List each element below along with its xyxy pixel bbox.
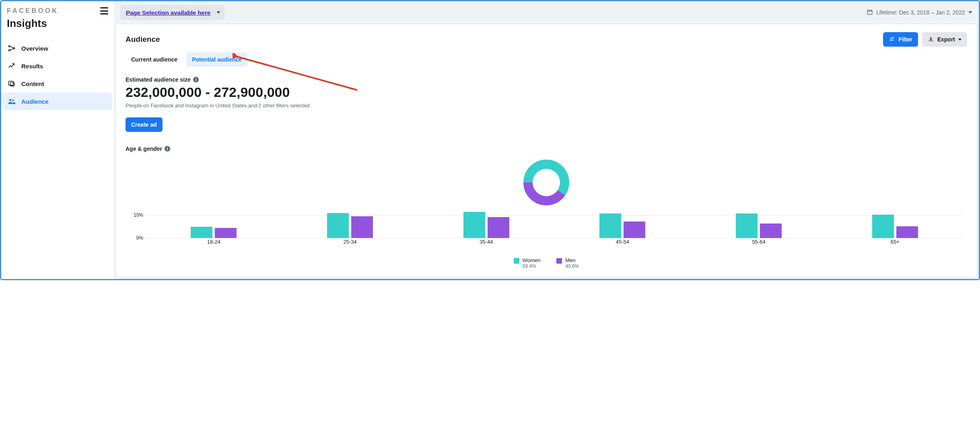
- x-label: 35-44: [418, 239, 554, 247]
- bar-men: [215, 228, 237, 238]
- y-tick: 10%: [134, 212, 143, 218]
- gender-donut-chart: [522, 158, 570, 207]
- x-label: 65+: [827, 239, 963, 247]
- x-label: 55-64: [691, 239, 827, 247]
- x-label: 18-24: [146, 239, 282, 247]
- menu-icon[interactable]: [100, 7, 108, 14]
- chevron-down-icon: [968, 11, 972, 14]
- bar-women: [599, 213, 621, 238]
- page-selector-dropdown[interactable]: Page Selection available here: [120, 5, 225, 20]
- app-title: Insights: [1, 15, 114, 39]
- content-header: Audience Filter Export: [126, 32, 967, 47]
- bar-women: [463, 212, 485, 238]
- bar-group: [418, 211, 554, 238]
- legend-swatch-women: [514, 258, 519, 264]
- legend-men: Men 40.6%: [556, 257, 579, 269]
- age-gender-chart: 0%10% 18-2425-3435-4445-5455-6465+ Women…: [126, 158, 967, 269]
- bar-women: [736, 213, 758, 238]
- svg-rect-3: [9, 81, 14, 85]
- sidebar-item-label: Results: [21, 63, 107, 70]
- calendar-icon: [867, 9, 873, 16]
- date-range-picker[interactable]: Lifetime: Dec 3, 2018 – Jan 2, 2022: [867, 9, 972, 16]
- legend-women-pct: 59.4%: [523, 263, 541, 269]
- app-frame: FACEBOOK Insights Overview Results: [0, 0, 980, 280]
- content-card: Audience Filter Export: [115, 24, 977, 277]
- x-label: 45-54: [554, 239, 691, 247]
- bar-women: [872, 215, 894, 238]
- media-icon: [8, 80, 16, 88]
- bar-group: [282, 211, 418, 238]
- tab-potential-audience[interactable]: Potential audience: [186, 52, 247, 67]
- bar-group: [146, 211, 282, 238]
- chevron-down-icon: [958, 39, 961, 41]
- download-icon: [928, 36, 934, 43]
- create-ad-label: Create ad: [131, 121, 157, 128]
- trend-icon: [8, 62, 16, 70]
- svg-point-9: [891, 39, 892, 41]
- legend-men-label: Men: [565, 257, 579, 263]
- age-gender-label: Age & gender i: [126, 146, 967, 152]
- sidebar-item-label: Content: [21, 80, 107, 87]
- sidebar-item-label: Overview: [21, 45, 107, 52]
- svg-rect-7: [867, 10, 872, 14]
- date-range-label: Lifetime: Dec 3, 2018 – Jan 2, 2022: [876, 9, 965, 16]
- page-selector-label: Page Selection available here: [126, 9, 210, 16]
- svg-point-0: [9, 45, 10, 47]
- svg-point-1: [9, 49, 10, 51]
- filter-button-label: Filter: [898, 36, 912, 43]
- legend-swatch-men: [556, 258, 562, 264]
- legend-women: Women 59.4%: [514, 257, 541, 269]
- create-ad-button[interactable]: Create ad: [126, 117, 163, 132]
- legend-women-label: Women: [523, 257, 541, 263]
- estimated-size-label: Estimated audience size i: [126, 76, 967, 83]
- sidebar-item-label: Audience: [21, 98, 107, 105]
- sliders-icon: [889, 36, 895, 43]
- bar-men: [488, 217, 509, 238]
- estimated-size-value: 232,000,000 - 272,900,000: [126, 84, 967, 100]
- x-label: 25-34: [282, 239, 418, 247]
- chevron-down-icon: [217, 12, 220, 14]
- info-icon[interactable]: i: [165, 146, 170, 152]
- y-tick: 0%: [136, 235, 143, 241]
- bar-group: [827, 211, 963, 238]
- sidebar: FACEBOOK Insights Overview Results: [1, 1, 114, 279]
- sidebar-nav: Overview Results Content Audience: [1, 39, 114, 110]
- sidebar-item-audience[interactable]: Audience: [3, 92, 112, 110]
- bar-women: [191, 227, 212, 238]
- people-icon: [8, 97, 16, 105]
- bar-men: [624, 222, 645, 238]
- nodes-icon: [8, 44, 16, 52]
- topbar: Page Selection available here Lifetime: …: [114, 1, 979, 24]
- estimated-size-subtext: People on Facebook and Instagram in Unit…: [126, 103, 967, 109]
- legend-men-pct: 40.6%: [565, 263, 579, 269]
- page-title: Audience: [126, 35, 160, 44]
- brand-wordmark: FACEBOOK: [7, 7, 58, 15]
- svg-point-6: [12, 99, 14, 101]
- svg-point-2: [13, 47, 14, 49]
- svg-point-8: [892, 37, 894, 39]
- age-bar-chart: 0%10% 18-2425-3435-4445-5455-6465+: [130, 211, 963, 247]
- bar-men: [896, 226, 918, 238]
- svg-point-5: [9, 99, 11, 101]
- audience-tabs: Current audience Potential audience: [126, 52, 967, 67]
- export-button-label: Export: [937, 36, 955, 43]
- main: Page Selection available here Lifetime: …: [114, 1, 979, 279]
- sidebar-item-content[interactable]: Content: [3, 75, 112, 92]
- header-actions: Filter Export: [883, 32, 967, 47]
- bar-group: [691, 211, 827, 238]
- sidebar-header: FACEBOOK: [1, 5, 114, 15]
- chart-legend: Women 59.4% Men 40.6%: [126, 257, 967, 269]
- tab-current-audience[interactable]: Current audience: [126, 52, 183, 67]
- bar-group: [554, 211, 691, 238]
- export-button[interactable]: Export: [922, 32, 967, 47]
- bar-men: [760, 224, 782, 238]
- bar-women: [327, 213, 349, 238]
- sidebar-item-overview[interactable]: Overview: [3, 39, 112, 57]
- filter-button[interactable]: Filter: [883, 32, 918, 47]
- info-icon[interactable]: i: [193, 77, 199, 82]
- bar-men: [351, 216, 373, 238]
- sidebar-item-results[interactable]: Results: [3, 57, 112, 75]
